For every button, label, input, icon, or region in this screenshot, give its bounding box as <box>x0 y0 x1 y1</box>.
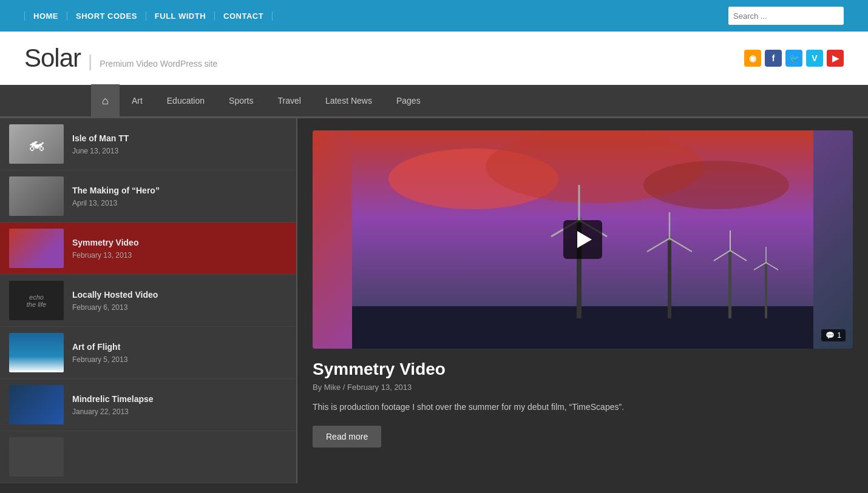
logo-name: Solar <box>24 44 81 73</box>
sidebar-info: Mindrelic Timelapse January 22, 2013 <box>72 394 154 415</box>
sidebar-title: The Making of “Hero” <box>72 185 160 196</box>
logo-divider: | <box>88 52 92 71</box>
sidebar-date: February 13, 2013 <box>72 251 138 260</box>
nav-education[interactable]: Education <box>155 84 217 118</box>
main-content: 💬 1 Symmetry Video By Mike / February 13… <box>297 118 868 483</box>
sidebar-info: Locally Hosted Video February 6, 2013 <box>72 289 158 311</box>
read-more-button[interactable]: Read more <box>313 426 381 448</box>
sidebar: 🏍 Isle of Man TT June 13, 2013 The Makin… <box>0 118 297 483</box>
svg-rect-4 <box>352 306 813 349</box>
nav-latest-news[interactable]: Latest News <box>313 84 384 118</box>
facebook-icon[interactable]: f <box>765 50 782 67</box>
sidebar-info: Isle of Man TT June 13, 2013 <box>72 133 129 155</box>
search-box: 🔍 <box>728 7 844 25</box>
nav-home[interactable]: HOME <box>24 12 67 21</box>
thumb-echo: echothe life <box>9 281 64 320</box>
thumb-last <box>9 437 64 477</box>
comment-count: 1 <box>837 331 841 340</box>
sidebar-thumb: 🏍 <box>9 124 64 164</box>
thumb-motorcycle: 🏍 <box>9 124 64 164</box>
post-excerpt: This is production footage I shot over t… <box>313 400 853 414</box>
sidebar-title: Mindrelic Timelapse <box>72 394 154 404</box>
thumb-hero <box>9 176 64 216</box>
thumb-timelapse <box>9 385 64 424</box>
sidebar-item[interactable]: echothe life Locally Hosted Video Februa… <box>0 275 296 327</box>
search-input[interactable] <box>728 7 840 25</box>
nav-home-icon[interactable]: ⌂ <box>91 84 120 118</box>
sidebar-title: Locally Hosted Video <box>72 289 158 300</box>
sidebar-info: Art of Flight February 5, 2013 <box>72 341 127 363</box>
sidebar-item[interactable]: Mindrelic Timelapse January 22, 2013 <box>0 379 296 431</box>
sidebar-date: February 6, 2013 <box>72 303 158 312</box>
site-header: Solar | Premium Video WordPress site ◉ f… <box>0 32 868 85</box>
main-navbar: ⌂ Art Education Sports Travel Latest New… <box>0 85 868 118</box>
search-button[interactable]: 🔍 <box>840 11 844 21</box>
nav-pages[interactable]: Pages <box>384 84 433 118</box>
twitter-icon[interactable]: 🐦 <box>785 50 802 67</box>
sidebar-date: April 13, 2013 <box>72 199 160 207</box>
vimeo-icon[interactable]: V <box>806 50 823 67</box>
sidebar-date: January 22, 2013 <box>72 407 154 416</box>
rss-icon[interactable]: ◉ <box>744 50 761 67</box>
svg-rect-15 <box>728 252 731 318</box>
youtube-icon[interactable]: ▶ <box>827 50 844 67</box>
nav-sports[interactable]: Sports <box>217 84 265 118</box>
post-meta: By Mike / February 13, 2013 <box>313 383 853 392</box>
top-nav-links: HOME SHORT CODES FULL WIDTH CONTACT <box>24 12 273 21</box>
sidebar-info: The Making of “Hero” April 13, 2013 <box>72 185 160 207</box>
nav-contact[interactable]: CONTACT <box>215 12 273 21</box>
content-area: 🏍 Isle of Man TT June 13, 2013 The Makin… <box>0 118 868 483</box>
play-button[interactable] <box>563 220 602 259</box>
sidebar-thumb <box>9 437 64 477</box>
top-navbar: HOME SHORT CODES FULL WIDTH CONTACT 🔍 <box>0 0 868 32</box>
nav-travel[interactable]: Travel <box>266 84 313 118</box>
sidebar-item[interactable]: 🏍 Isle of Man TT June 13, 2013 <box>0 118 296 170</box>
sidebar-title: Symmetry Video <box>72 237 138 248</box>
sidebar-info: Symmetry Video February 13, 2013 <box>72 237 138 259</box>
sidebar-thumb: echothe life <box>9 281 64 320</box>
logo-tagline: Premium Video WordPress site <box>100 59 217 69</box>
comment-badge: 💬 1 <box>821 329 846 341</box>
post-title: Symmetry Video <box>313 360 853 379</box>
sidebar-item[interactable]: Art of Flight February 5, 2013 <box>0 327 296 379</box>
social-icons: ◉ f 🐦 V ▶ <box>744 50 844 67</box>
sidebar-thumb <box>9 229 64 268</box>
sidebar-item-last[interactable] <box>0 431 296 483</box>
thumb-symmetry <box>9 229 64 268</box>
site-logo: Solar | Premium Video WordPress site <box>24 44 217 73</box>
svg-rect-10 <box>668 240 671 318</box>
svg-point-3 <box>643 161 789 209</box>
sidebar-date: June 13, 2013 <box>72 147 129 155</box>
sidebar-title: Isle of Man TT <box>72 133 129 144</box>
sidebar-title: Art of Flight <box>72 341 127 352</box>
svg-rect-20 <box>765 264 767 318</box>
comment-icon: 💬 <box>826 331 835 340</box>
nav-fullwidth[interactable]: FULL WIDTH <box>146 12 215 21</box>
thumb-flight <box>9 333 64 372</box>
nav-shortcodes[interactable]: SHORT CODES <box>67 12 146 21</box>
sidebar-item-active[interactable]: Symmetry Video February 13, 2013 <box>0 223 296 275</box>
video-thumbnail: 💬 1 <box>313 130 853 349</box>
sidebar-thumb <box>9 385 64 424</box>
sidebar-thumb <box>9 333 64 372</box>
sidebar-date: February 5, 2013 <box>72 355 127 364</box>
video-container[interactable]: 💬 1 <box>313 130 853 349</box>
nav-art[interactable]: Art <box>120 84 155 118</box>
sidebar-thumb <box>9 176 64 216</box>
sidebar-item[interactable]: The Making of “Hero” April 13, 2013 <box>0 170 296 223</box>
